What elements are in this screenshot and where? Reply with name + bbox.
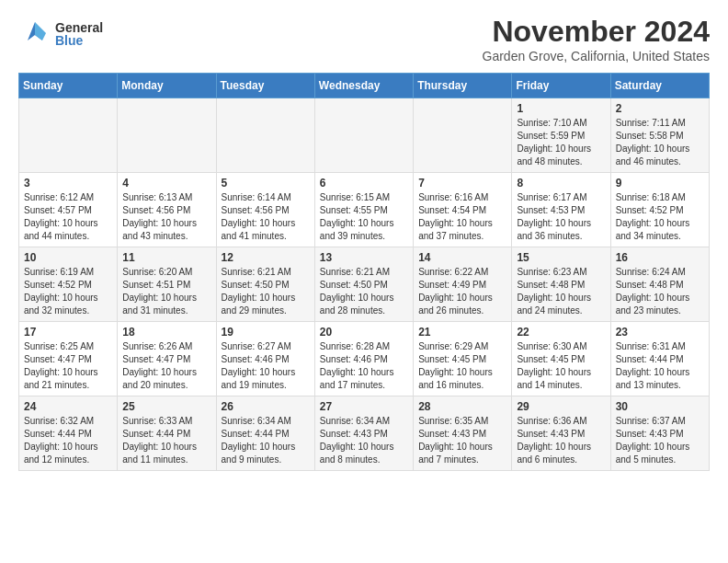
day-number: 8 bbox=[517, 177, 605, 190]
day-number: 25 bbox=[122, 400, 210, 413]
month-title: November 2024 bbox=[483, 15, 710, 49]
day-info: Sunrise: 6:36 AM Sunset: 4:43 PM Dayligh… bbox=[517, 415, 605, 466]
day-number: 15 bbox=[517, 251, 605, 264]
calendar-cell: 1Sunrise: 7:10 AM Sunset: 5:59 PM Daylig… bbox=[512, 98, 610, 173]
calendar-cell: 18Sunrise: 6:26 AM Sunset: 4:47 PM Dayli… bbox=[118, 322, 216, 396]
calendar-cell: 17Sunrise: 6:25 AM Sunset: 4:47 PM Dayli… bbox=[19, 322, 118, 396]
calendar-cell: 24Sunrise: 6:32 AM Sunset: 4:44 PM Dayli… bbox=[19, 396, 118, 471]
day-info: Sunrise: 6:30 AM Sunset: 4:45 PM Dayligh… bbox=[517, 340, 605, 392]
calendar-cell: 22Sunrise: 6:30 AM Sunset: 4:45 PM Dayli… bbox=[512, 322, 610, 396]
calendar-cell: 13Sunrise: 6:21 AM Sunset: 4:50 PM Dayli… bbox=[314, 247, 413, 322]
calendar-cell: 20Sunrise: 6:28 AM Sunset: 4:46 PM Dayli… bbox=[314, 322, 413, 396]
day-info: Sunrise: 6:32 AM Sunset: 4:44 PM Dayligh… bbox=[24, 415, 112, 466]
day-number: 23 bbox=[616, 326, 704, 339]
day-number: 21 bbox=[418, 326, 506, 339]
day-number: 4 bbox=[122, 177, 210, 190]
day-number: 6 bbox=[320, 177, 408, 190]
logo-icon bbox=[18, 15, 51, 53]
day-number: 30 bbox=[616, 400, 704, 413]
day-number: 19 bbox=[222, 326, 310, 339]
logo-text: General Blue bbox=[55, 21, 103, 47]
calendar-header-saturday: Saturday bbox=[610, 74, 709, 98]
calendar-table: SundayMondayTuesdayWednesdayThursdayFrid… bbox=[18, 73, 710, 471]
day-info: Sunrise: 6:20 AM Sunset: 4:51 PM Dayligh… bbox=[122, 266, 210, 317]
day-info: Sunrise: 7:10 AM Sunset: 5:59 PM Dayligh… bbox=[517, 117, 605, 168]
calendar-cell: 21Sunrise: 6:29 AM Sunset: 4:45 PM Dayli… bbox=[414, 322, 512, 396]
day-number: 7 bbox=[418, 177, 506, 190]
day-info: Sunrise: 6:31 AM Sunset: 4:44 PM Dayligh… bbox=[616, 340, 704, 392]
logo-general: General bbox=[55, 21, 103, 34]
calendar-header-thursday: Thursday bbox=[414, 74, 512, 98]
day-info: Sunrise: 6:19 AM Sunset: 4:52 PM Dayligh… bbox=[24, 266, 112, 317]
calendar-cell: 2Sunrise: 7:11 AM Sunset: 5:58 PM Daylig… bbox=[610, 98, 709, 173]
calendar-week-row: 10Sunrise: 6:19 AM Sunset: 4:52 PM Dayli… bbox=[19, 247, 710, 322]
day-number: 5 bbox=[222, 177, 310, 190]
day-number: 28 bbox=[418, 400, 506, 413]
day-info: Sunrise: 6:25 AM Sunset: 4:47 PM Dayligh… bbox=[24, 340, 112, 392]
calendar-cell: 30Sunrise: 6:37 AM Sunset: 4:43 PM Dayli… bbox=[610, 396, 709, 471]
day-info: Sunrise: 6:13 AM Sunset: 4:56 PM Dayligh… bbox=[122, 191, 210, 243]
calendar-cell: 23Sunrise: 6:31 AM Sunset: 4:44 PM Dayli… bbox=[610, 322, 709, 396]
day-info: Sunrise: 6:26 AM Sunset: 4:47 PM Dayligh… bbox=[122, 340, 210, 392]
day-number: 14 bbox=[418, 251, 506, 264]
day-number: 12 bbox=[222, 251, 310, 264]
day-number: 11 bbox=[122, 251, 210, 264]
calendar-header-tuesday: Tuesday bbox=[216, 74, 314, 98]
calendar-cell: 8Sunrise: 6:17 AM Sunset: 4:53 PM Daylig… bbox=[512, 173, 610, 247]
calendar-cell: 16Sunrise: 6:24 AM Sunset: 4:48 PM Dayli… bbox=[610, 247, 709, 322]
day-number: 16 bbox=[616, 251, 704, 264]
calendar-header-friday: Friday bbox=[512, 74, 610, 98]
calendar-cell: 19Sunrise: 6:27 AM Sunset: 4:46 PM Dayli… bbox=[216, 322, 314, 396]
day-info: Sunrise: 6:21 AM Sunset: 4:50 PM Dayligh… bbox=[222, 266, 310, 317]
logo: General Blue bbox=[18, 15, 103, 53]
calendar-cell: 10Sunrise: 6:19 AM Sunset: 4:52 PM Dayli… bbox=[19, 247, 118, 322]
day-info: Sunrise: 6:24 AM Sunset: 4:48 PM Dayligh… bbox=[616, 266, 704, 317]
logo-blue: Blue bbox=[55, 34, 103, 47]
day-info: Sunrise: 6:21 AM Sunset: 4:50 PM Dayligh… bbox=[320, 266, 408, 317]
calendar-cell bbox=[414, 98, 512, 173]
day-info: Sunrise: 6:17 AM Sunset: 4:53 PM Dayligh… bbox=[517, 191, 605, 243]
day-info: Sunrise: 6:28 AM Sunset: 4:46 PM Dayligh… bbox=[320, 340, 408, 392]
calendar-cell: 28Sunrise: 6:35 AM Sunset: 4:43 PM Dayli… bbox=[414, 396, 512, 471]
day-number: 24 bbox=[24, 400, 112, 413]
day-info: Sunrise: 6:34 AM Sunset: 4:43 PM Dayligh… bbox=[320, 415, 408, 466]
day-info: Sunrise: 6:33 AM Sunset: 4:44 PM Dayligh… bbox=[122, 415, 210, 466]
calendar-cell: 6Sunrise: 6:15 AM Sunset: 4:55 PM Daylig… bbox=[314, 173, 413, 247]
calendar-cell: 29Sunrise: 6:36 AM Sunset: 4:43 PM Dayli… bbox=[512, 396, 610, 471]
day-number: 29 bbox=[517, 400, 605, 413]
calendar-cell: 12Sunrise: 6:21 AM Sunset: 4:50 PM Dayli… bbox=[216, 247, 314, 322]
day-info: Sunrise: 6:22 AM Sunset: 4:49 PM Dayligh… bbox=[418, 266, 506, 317]
day-info: Sunrise: 6:29 AM Sunset: 4:45 PM Dayligh… bbox=[418, 340, 506, 392]
calendar-header-sunday: Sunday bbox=[19, 74, 118, 98]
calendar-cell: 25Sunrise: 6:33 AM Sunset: 4:44 PM Dayli… bbox=[118, 396, 216, 471]
day-number: 1 bbox=[517, 102, 605, 115]
calendar-cell: 3Sunrise: 6:12 AM Sunset: 4:57 PM Daylig… bbox=[19, 173, 118, 247]
calendar-cell bbox=[19, 98, 118, 173]
day-info: Sunrise: 6:18 AM Sunset: 4:52 PM Dayligh… bbox=[616, 191, 704, 243]
calendar-cell bbox=[216, 98, 314, 173]
calendar-week-row: 3Sunrise: 6:12 AM Sunset: 4:57 PM Daylig… bbox=[19, 173, 710, 247]
calendar-cell: 9Sunrise: 6:18 AM Sunset: 4:52 PM Daylig… bbox=[610, 173, 709, 247]
calendar-cell: 15Sunrise: 6:23 AM Sunset: 4:48 PM Dayli… bbox=[512, 247, 610, 322]
calendar-cell: 5Sunrise: 6:14 AM Sunset: 4:56 PM Daylig… bbox=[216, 173, 314, 247]
location: Garden Grove, California, United States bbox=[483, 49, 710, 63]
day-number: 26 bbox=[222, 400, 310, 413]
calendar-cell: 27Sunrise: 6:34 AM Sunset: 4:43 PM Dayli… bbox=[314, 396, 413, 471]
calendar-week-row: 17Sunrise: 6:25 AM Sunset: 4:47 PM Dayli… bbox=[19, 322, 710, 396]
day-info: Sunrise: 6:23 AM Sunset: 4:48 PM Dayligh… bbox=[517, 266, 605, 317]
calendar-cell: 14Sunrise: 6:22 AM Sunset: 4:49 PM Dayli… bbox=[414, 247, 512, 322]
day-number: 20 bbox=[320, 326, 408, 339]
calendar-cell: 26Sunrise: 6:34 AM Sunset: 4:44 PM Dayli… bbox=[216, 396, 314, 471]
title-section: November 2024 Garden Grove, California, … bbox=[483, 15, 710, 63]
day-number: 2 bbox=[616, 102, 704, 115]
day-number: 22 bbox=[517, 326, 605, 339]
day-number: 10 bbox=[24, 251, 112, 264]
day-number: 13 bbox=[320, 251, 408, 264]
day-number: 27 bbox=[320, 400, 408, 413]
day-info: Sunrise: 6:35 AM Sunset: 4:43 PM Dayligh… bbox=[418, 415, 506, 466]
day-info: Sunrise: 6:12 AM Sunset: 4:57 PM Dayligh… bbox=[24, 191, 112, 243]
calendar-cell: 11Sunrise: 6:20 AM Sunset: 4:51 PM Dayli… bbox=[118, 247, 216, 322]
calendar-week-row: 1Sunrise: 7:10 AM Sunset: 5:59 PM Daylig… bbox=[19, 98, 710, 173]
calendar-header-row: SundayMondayTuesdayWednesdayThursdayFrid… bbox=[19, 74, 710, 98]
calendar-cell bbox=[314, 98, 413, 173]
